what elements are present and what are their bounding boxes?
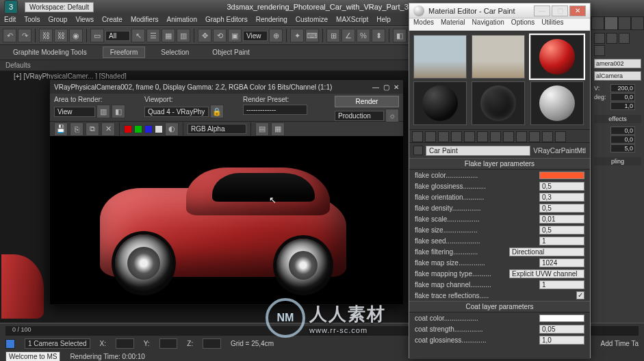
channel-dd[interactable]: RGB Alpha (188, 124, 246, 134)
menu-graph-editors[interactable]: Graph Editors (205, 16, 248, 23)
param-color-swatch[interactable] (539, 172, 584, 179)
menu-views[interactable]: Views (75, 16, 94, 23)
menu-animation[interactable]: Animation (166, 16, 196, 23)
mat-menu-options[interactable]: Options (511, 18, 534, 30)
coord-y-input[interactable] (159, 338, 178, 349)
area-to-render-dd[interactable]: View (54, 107, 95, 117)
param-spinner[interactable]: 0,01 (539, 215, 584, 224)
reset-map-icon[interactable] (451, 131, 462, 142)
material-name-input[interactable] (426, 146, 530, 156)
spinner-input[interactable]: 200,0 (610, 84, 635, 92)
menu-tools[interactable]: Tools (24, 16, 40, 23)
object-name-dd[interactable]: amera002 (594, 59, 641, 68)
select-arrow-icon[interactable]: ↖ (131, 29, 145, 42)
pick-material-icon[interactable] (413, 146, 423, 155)
undo-icon[interactable]: ↶ (3, 29, 16, 42)
workspace-selector[interactable]: Workspace: Default (25, 2, 94, 12)
render-output-image[interactable]: ↖ (50, 136, 403, 304)
go-parent-icon[interactable] (542, 131, 553, 142)
param-spinner[interactable]: 0,5 (539, 226, 584, 235)
window-crossing-icon[interactable]: ▥ (177, 29, 190, 42)
maximize-icon[interactable]: ▢ (383, 83, 389, 91)
sample-slot[interactable] (472, 81, 525, 125)
maxscript-prompt[interactable]: Welcome to MS (5, 351, 60, 361)
sample-slot[interactable] (472, 35, 525, 79)
assign-sel-icon[interactable] (438, 131, 449, 142)
select-name-icon[interactable]: ☰ (146, 29, 160, 42)
material-editor-titlebar[interactable]: Material Editor - Car Paint — ▢ ✕ (409, 3, 590, 18)
move-icon[interactable]: ✥ (198, 29, 211, 42)
coat-rollout-header[interactable]: Coat layer parameters (409, 301, 590, 312)
angle-snap-icon[interactable]: ∠ (342, 29, 355, 42)
menu-maxscript[interactable]: MAXScript (336, 16, 368, 23)
hierarchy-tab-icon[interactable] (618, 16, 631, 30)
time-config-icon[interactable] (5, 339, 15, 349)
select-region-icon[interactable]: ▦ (162, 29, 175, 42)
render-preset-dd[interactable]: ------------- (243, 105, 307, 115)
named-sel-icon[interactable]: ◧ (393, 29, 407, 42)
pivot-icon[interactable]: ⊕ (269, 29, 283, 42)
toggle-ui-icon[interactable]: ▤ (255, 122, 269, 136)
mat-menu-modes[interactable]: Modes (413, 18, 434, 30)
ribbon-tab-freeform[interactable]: Freeform (103, 46, 146, 58)
sample-slot-active[interactable] (530, 35, 584, 79)
select-icon[interactable]: ▭ (90, 29, 104, 42)
mat-menu-material[interactable]: Material (441, 18, 465, 30)
param-dropdown[interactable]: Directional (509, 248, 584, 256)
coord-z-input[interactable] (203, 338, 221, 349)
rotate-icon[interactable]: ⟲ (213, 29, 227, 42)
menu-group[interactable]: Group (49, 16, 68, 23)
spinner-input[interactable]: 0,0 (610, 126, 635, 135)
modify-tab-icon[interactable] (604, 16, 617, 30)
render-window-titlebar[interactable]: VRayPhysicalCamera002, frame 0, Display … (50, 80, 403, 94)
sample-slot[interactable] (413, 81, 467, 125)
overlay-icon[interactable]: ▦ (271, 122, 285, 136)
mat-menu-utilities[interactable]: Utilities (541, 18, 563, 30)
minimize-icon[interactable]: — (534, 5, 550, 16)
menu-modifiers[interactable]: Modifiers (131, 16, 159, 23)
menu-rendering[interactable]: Rendering (256, 16, 287, 23)
param-color-swatch[interactable] (539, 315, 584, 322)
spinner-input[interactable]: 1,0 (610, 102, 635, 110)
channel-g-swatch[interactable] (134, 125, 142, 133)
ribbon-tab-selection[interactable]: Selection (153, 46, 196, 58)
param-checkbox[interactable]: ✓ (576, 291, 584, 299)
area-auto-icon[interactable]: ◧ (112, 105, 125, 118)
snap-icon[interactable]: ⊞ (326, 29, 340, 42)
unlink-icon[interactable]: ⛓ (54, 29, 68, 42)
link-icon[interactable]: ⛓ (39, 29, 53, 42)
ribbon-tab-object-paint[interactable]: Object Paint (205, 46, 257, 58)
get-material-icon[interactable] (412, 131, 423, 142)
render-mode-dd[interactable]: Production (335, 111, 384, 121)
maximize-icon[interactable]: ▢ (552, 5, 568, 16)
param-dropdown[interactable]: Explicit UVW channel (509, 269, 584, 278)
spinner-input[interactable]: 0,0 (610, 135, 635, 144)
mat-id-icon[interactable] (503, 131, 514, 142)
copy-image-icon[interactable]: ⎘ (70, 122, 83, 136)
put-library-icon[interactable] (490, 131, 501, 142)
render-setup-small-icon[interactable]: ☼ (385, 109, 399, 122)
channel-r-swatch[interactable] (124, 125, 132, 133)
go-sibling-icon[interactable] (555, 131, 566, 142)
add-time-tag[interactable]: Add Time Ta (601, 340, 639, 347)
channel-b-swatch[interactable] (144, 125, 153, 133)
menu-create[interactable]: Create (102, 16, 123, 23)
put-scene-icon[interactable] (425, 131, 436, 142)
mono-icon[interactable]: ◐ (165, 122, 179, 136)
bind-icon[interactable]: ◉ (69, 29, 83, 42)
mat-menu-navigation[interactable]: Navigation (472, 18, 504, 30)
param-spinner[interactable]: 1,0 (539, 336, 584, 345)
motion-tab-icon[interactable] (631, 16, 644, 30)
menu-help[interactable]: Help (376, 16, 391, 23)
keyboard-icon[interactable]: ⌨ (305, 29, 319, 42)
render-button[interactable]: Render (335, 96, 399, 107)
effects-header[interactable]: effects (594, 115, 641, 123)
spinner-input[interactable]: 0,0 (610, 93, 635, 101)
mod-icon[interactable] (619, 33, 630, 44)
param-spinner[interactable]: 0,05 (539, 325, 584, 334)
percent-snap-icon[interactable]: % (357, 29, 370, 42)
scale-icon[interactable]: ▣ (228, 29, 242, 42)
ribbon-tab-modeling[interactable]: Graphite Modeling Tools (5, 46, 94, 58)
param-spinner[interactable]: 1024 (539, 258, 584, 267)
sample-slot[interactable] (530, 81, 584, 125)
